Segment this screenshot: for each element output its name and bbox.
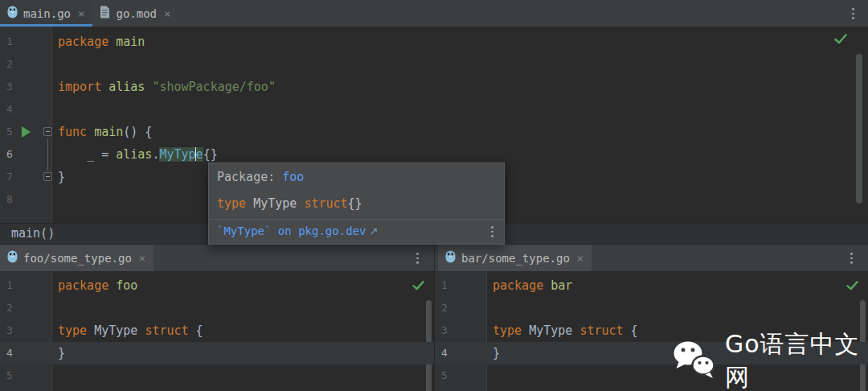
tab-label: foo/some_type.go bbox=[23, 252, 132, 265]
line-number: 5 bbox=[6, 364, 13, 387]
inspections-ok-icon[interactable] bbox=[834, 32, 847, 47]
close-tab-icon[interactable]: × bbox=[577, 253, 583, 264]
doc-options-icon[interactable] bbox=[486, 225, 497, 238]
watermark: Go语言中文网 bbox=[672, 328, 868, 391]
code-text: package main bbox=[0, 31, 868, 53]
tab-foo-some-type-go[interactable]: foo/some_type.go × bbox=[0, 245, 154, 271]
line-number: 4 bbox=[6, 98, 13, 121]
line-number: 8 bbox=[6, 188, 13, 211]
tab-bar-some-type-go[interactable]: bar/some_type.go × bbox=[438, 245, 592, 271]
line-number: 5 bbox=[441, 364, 448, 387]
tab-label: bar/some_type.go bbox=[461, 252, 570, 265]
doc-package-row: Package:foo bbox=[209, 163, 504, 191]
tab-label: go.mod bbox=[116, 7, 157, 20]
fold-marker-icon[interactable] bbox=[43, 172, 52, 181]
doc-type-name: MyType bbox=[246, 196, 304, 211]
go-mod-file-icon bbox=[100, 6, 110, 22]
tab-go-mod[interactable]: go.mod × bbox=[92, 0, 178, 27]
code-line[interactable]: 4 bbox=[0, 98, 868, 121]
code-text: package bar bbox=[435, 274, 868, 297]
line-number: 4 bbox=[441, 342, 448, 364]
line-number: 2 bbox=[441, 297, 448, 319]
editor-tab-bar: main.go × go.mod × bbox=[0, 0, 868, 27]
code-text: func main() { bbox=[0, 121, 868, 143]
doc-package-link[interactable]: foo bbox=[282, 170, 304, 184]
line-number: 2 bbox=[6, 297, 13, 319]
pkg-go-dev-link[interactable]: `MyType` on pkg.go.dev bbox=[217, 224, 366, 237]
close-tab-icon[interactable]: × bbox=[164, 8, 170, 19]
code-line[interactable]: 3import alias "showPackage/foo" bbox=[0, 76, 868, 98]
doc-braces: {} bbox=[348, 196, 362, 211]
code-line[interactable]: 4} bbox=[0, 342, 434, 364]
doc-package-label: Package: bbox=[217, 170, 275, 184]
code-text: package foo bbox=[0, 274, 434, 297]
go-gopher-file-icon bbox=[445, 250, 456, 266]
code-line[interactable]: 1package main bbox=[0, 31, 868, 53]
tab-main-go[interactable]: main.go × bbox=[0, 0, 92, 27]
doc-keyword: struct bbox=[304, 196, 347, 211]
code-line[interactable]: 2 bbox=[0, 53, 868, 76]
external-link-icon: ↗ bbox=[369, 225, 378, 237]
fold-marker-icon[interactable] bbox=[43, 127, 52, 136]
quick-doc-popup: Package:foo type MyType struct{} `MyType… bbox=[208, 163, 505, 245]
line-number: 5 bbox=[6, 121, 13, 143]
tab-list-options-icon[interactable] bbox=[845, 252, 857, 265]
doc-keyword: type bbox=[217, 196, 246, 211]
line-number: 3 bbox=[441, 319, 448, 342]
run-icon[interactable] bbox=[22, 126, 31, 138]
ide-window: main.go × go.mod × 1package main23import… bbox=[0, 0, 868, 391]
code-line[interactable]: 5func main() { bbox=[0, 121, 868, 143]
line-number: 3 bbox=[6, 319, 13, 342]
close-tab-icon[interactable]: × bbox=[139, 253, 145, 264]
code-text: type MyType struct { bbox=[0, 319, 434, 342]
code-line[interactable]: 1package foo bbox=[0, 274, 434, 297]
line-number: 7 bbox=[6, 166, 13, 188]
doc-footer: `MyType` on pkg.go.dev↗ bbox=[209, 219, 504, 244]
line-number: 6 bbox=[6, 143, 13, 166]
tab-list-options-icon[interactable] bbox=[411, 252, 423, 265]
tab-list-options-icon[interactable] bbox=[847, 7, 858, 20]
code-text: } bbox=[0, 342, 434, 364]
line-number: 1 bbox=[6, 274, 13, 297]
code-line[interactable]: 5 bbox=[0, 364, 434, 387]
wechat-icon bbox=[672, 340, 717, 382]
line-number: 1 bbox=[441, 274, 448, 297]
line-number: 4 bbox=[6, 342, 13, 364]
code-line[interactable]: 2 bbox=[435, 297, 868, 319]
close-tab-icon[interactable]: × bbox=[78, 8, 84, 19]
code-text: import alias "showPackage/foo" bbox=[0, 76, 868, 98]
tab-label: main.go bbox=[23, 7, 71, 20]
code-line[interactable]: 2 bbox=[0, 297, 434, 319]
scrollbar-thumb[interactable] bbox=[856, 54, 862, 204]
split-left-tab-bar: foo/some_type.go × bbox=[0, 245, 434, 271]
split-editor-foo: 1package foo23type MyType struct {4}5 bbox=[0, 271, 434, 391]
watermark-text: Go语言中文网 bbox=[725, 328, 868, 391]
line-number: 3 bbox=[6, 76, 13, 98]
code-line[interactable]: 3type MyType struct { bbox=[0, 319, 434, 342]
fold-guide-line bbox=[47, 138, 48, 171]
doc-signature-row: type MyType struct{} bbox=[209, 191, 504, 219]
code-line[interactable]: 1package bar bbox=[435, 274, 868, 297]
line-number: 1 bbox=[6, 31, 13, 53]
split-right-tab-bar: bar/some_type.go × bbox=[434, 245, 868, 271]
go-gopher-file-icon bbox=[7, 250, 18, 266]
line-number: 2 bbox=[6, 53, 13, 76]
go-gopher-file-icon bbox=[7, 6, 18, 22]
